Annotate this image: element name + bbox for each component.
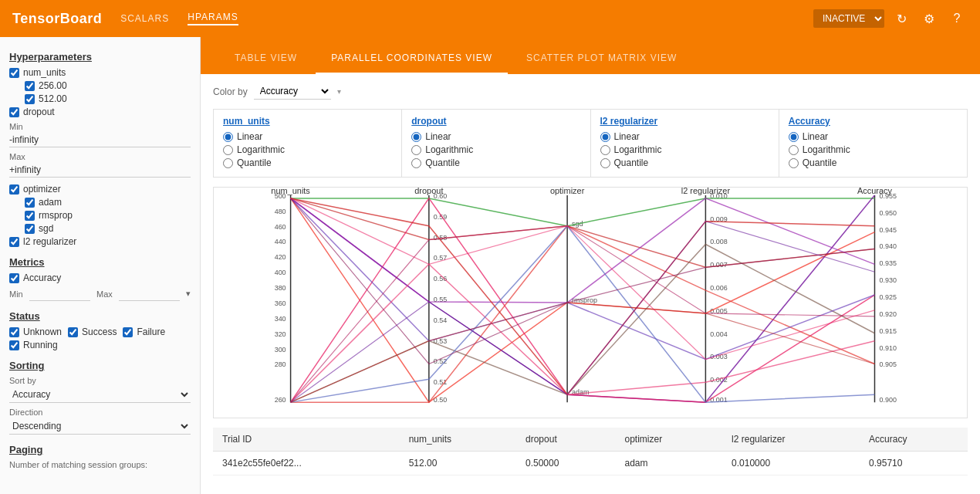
- checkbox-512[interactable]: 512.00: [25, 93, 191, 104]
- parallel-coordinates-chart: num_units dropout optimizer l2 regulariz…: [213, 187, 968, 418]
- cell-num-units: 512.00: [400, 452, 516, 475]
- checkbox-accuracy-input[interactable]: [9, 273, 19, 283]
- checkbox-success-label: Success: [82, 327, 117, 337]
- sort-by-select[interactable]: Accuracy num_units dropout optimizer l2 …: [9, 387, 191, 403]
- checkbox-rmsprop-input[interactable]: [25, 211, 35, 221]
- nav-scalars[interactable]: SCALARS: [120, 13, 169, 24]
- axis-l2-title[interactable]: l2 regularizer: [600, 116, 769, 127]
- checkbox-num-units-input[interactable]: [9, 68, 19, 78]
- checkbox-l2[interactable]: l2 regularizer: [9, 236, 191, 247]
- metrics-max-input[interactable]: [119, 286, 180, 301]
- data-table: Trial ID num_units dropout optimizer l2 …: [213, 428, 968, 475]
- checkbox-adam-input[interactable]: [25, 198, 35, 208]
- checkbox-l2-input[interactable]: [9, 237, 19, 247]
- checkbox-256-label: 256.00: [39, 80, 67, 91]
- svg-text:optimizer: optimizer: [550, 188, 585, 195]
- metrics-min-input[interactable]: [29, 286, 90, 301]
- checkbox-running[interactable]: Running: [9, 340, 191, 350]
- radio-accuracy-linear[interactable]: Linear: [789, 131, 958, 142]
- paging-section-title: Paging: [9, 444, 191, 455]
- axis-accuracy-title[interactable]: Accuracy: [789, 116, 958, 127]
- radio-accuracy-log[interactable]: Logarithmic: [789, 144, 958, 155]
- axis-col-num-units: num_units Linear Logarithmic Quantile: [214, 110, 402, 177]
- min-input[interactable]: [9, 133, 191, 147]
- checkbox-failure[interactable]: Failure: [123, 327, 165, 337]
- cell-l2: 0.010000: [722, 452, 860, 475]
- radio-l2-linear[interactable]: Linear: [600, 131, 769, 142]
- col-trial-id: Trial ID: [213, 428, 400, 452]
- max-input[interactable]: [9, 163, 191, 178]
- radio-accuracy-quantile[interactable]: Quantile: [789, 157, 958, 168]
- svg-text:0.945: 0.945: [879, 226, 896, 234]
- col-l2: l2 regularizer: [722, 428, 860, 452]
- checkbox-512-input[interactable]: [25, 94, 35, 104]
- svg-text:0.915: 0.915: [879, 327, 896, 335]
- topnav: TensorBoard SCALARS HPARAMS INACTIVE ACT…: [0, 0, 980, 37]
- svg-text:0.910: 0.910: [879, 344, 896, 352]
- svg-text:300: 300: [275, 346, 286, 354]
- sort-by-label: Sort by: [9, 376, 191, 385]
- radio-num-units-log[interactable]: Logarithmic: [223, 144, 392, 155]
- max-label: Max: [9, 152, 191, 161]
- radio-dropout-linear[interactable]: Linear: [411, 131, 580, 142]
- axis-num-units-title[interactable]: num_units: [223, 116, 392, 127]
- status-select[interactable]: INACTIVE ACTIVE: [813, 9, 884, 28]
- svg-text:0.006: 0.006: [710, 284, 727, 292]
- status-section-title: Status: [9, 310, 191, 322]
- radio-num-units-linear[interactable]: Linear: [223, 131, 392, 142]
- col-accuracy: Accuracy: [860, 428, 968, 452]
- svg-text:0.950: 0.950: [879, 209, 896, 217]
- refresh-button[interactable]: ↻: [890, 8, 912, 29]
- checkbox-accuracy[interactable]: Accuracy: [9, 272, 191, 283]
- radio-num-units-quantile[interactable]: Quantile: [223, 157, 392, 168]
- help-button[interactable]: ?: [946, 8, 968, 29]
- metrics-max-label: Max: [96, 289, 113, 299]
- radio-dropout-quantile[interactable]: Quantile: [411, 157, 580, 168]
- col-optimizer: optimizer: [616, 428, 723, 452]
- checkbox-sgd-input[interactable]: [25, 224, 35, 234]
- svg-text:0.940: 0.940: [879, 242, 896, 250]
- svg-text:0.900: 0.900: [879, 396, 896, 404]
- checkbox-optimizer-input[interactable]: [9, 184, 19, 195]
- radio-l2-quantile[interactable]: Quantile: [600, 157, 769, 168]
- checkbox-dropout[interactable]: dropout: [9, 107, 191, 117]
- axis-col-l2: l2 regularizer Linear Logarithmic Quanti…: [591, 110, 779, 177]
- tab-parallel-coordinates[interactable]: PARALLEL COORDINATES VIEW: [316, 43, 508, 74]
- svg-text:500: 500: [275, 192, 286, 200]
- checkbox-running-input[interactable]: [9, 340, 19, 350]
- checkbox-success[interactable]: Success: [68, 327, 117, 337]
- svg-text:0.930: 0.930: [879, 276, 896, 284]
- sidebar: Hyperparameters num_units 256.00 512.00 …: [0, 37, 201, 494]
- checkbox-num-units-label: num_units: [23, 67, 66, 78]
- radio-dropout-log[interactable]: Logarithmic: [411, 144, 580, 155]
- metrics-section-title: Metrics: [9, 256, 191, 268]
- checkbox-num-units[interactable]: num_units: [9, 67, 191, 78]
- checkbox-running-label: Running: [23, 340, 58, 350]
- checkbox-optimizer[interactable]: optimizer: [9, 184, 191, 195]
- tab-table-view[interactable]: TABLE VIEW: [219, 43, 313, 74]
- svg-text:320: 320: [275, 330, 286, 338]
- settings-button[interactable]: ⚙: [918, 8, 940, 29]
- checkbox-optimizer-label: optimizer: [23, 184, 61, 195]
- checkbox-unknown[interactable]: Unknown: [9, 327, 62, 337]
- checkbox-rmsprop[interactable]: rmsprop: [25, 210, 191, 221]
- direction-select[interactable]: Descending Ascending: [9, 418, 191, 435]
- axis-dropout-title[interactable]: dropout: [411, 116, 580, 127]
- nav-hparams[interactable]: HPARAMS: [188, 12, 238, 25]
- checkbox-success-input[interactable]: [68, 327, 78, 337]
- checkbox-unknown-input[interactable]: [9, 327, 19, 337]
- checkbox-failure-input[interactable]: [123, 327, 133, 337]
- svg-text:0.920: 0.920: [879, 310, 896, 318]
- checkbox-256[interactable]: 256.00: [25, 80, 191, 91]
- svg-text:400: 400: [275, 269, 286, 276]
- radio-l2-log[interactable]: Logarithmic: [600, 144, 769, 155]
- checkbox-512-label: 512.00: [39, 93, 67, 104]
- checkbox-sgd[interactable]: sgd: [25, 223, 191, 234]
- checkbox-adam[interactable]: adam: [25, 197, 191, 208]
- checkbox-256-input[interactable]: [25, 81, 35, 91]
- tab-scatter-plot[interactable]: SCATTER PLOT MATRIX VIEW: [511, 43, 692, 74]
- svg-text:0.60: 0.60: [434, 192, 447, 200]
- checkbox-dropout-input[interactable]: [9, 107, 19, 117]
- axis-col-dropout: dropout Linear Logarithmic Quantile: [402, 110, 590, 177]
- color-by-select[interactable]: Accuracy num_units dropout optimizer l2 …: [254, 83, 331, 100]
